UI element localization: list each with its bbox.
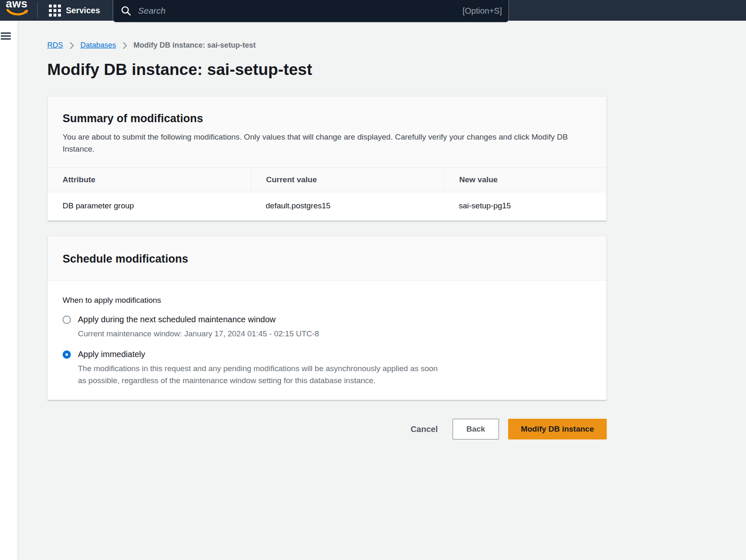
search-shortcut-hint: [Option+S] [463, 6, 502, 16]
breadcrumb: RDS Databases Modify DB instance: sai-se… [47, 41, 607, 50]
schedule-card-title: Schedule modifications [63, 253, 591, 266]
services-label: Services [66, 6, 100, 15]
radio-option-1: Apply immediately The modifications in t… [63, 350, 591, 386]
when-to-apply-label: When to apply modifications [63, 296, 591, 305]
search-placeholder: Search [138, 6, 166, 16]
column-header-attribute: Attribute [48, 168, 251, 192]
schedule-modifications-card: Schedule modifications When to apply mod… [47, 236, 607, 400]
form-actions: Cancel Back Modify DB instance [47, 419, 607, 439]
apply-immediately-description: The modifications in this request and an… [78, 362, 443, 386]
hamburger-menu-icon[interactable] [1, 32, 11, 41]
side-nav-rail [0, 21, 18, 560]
radio-apply-immediately[interactable]: Apply immediately [63, 350, 591, 359]
summary-card-title: Summary of modifications [63, 112, 591, 125]
breadcrumb-current: Modify DB instance: sai-setup-test [133, 41, 256, 50]
services-menu-button[interactable]: Services [49, 0, 100, 21]
summary-card-description: You are about to submit the following mo… [63, 131, 589, 155]
radio-maintenance-window[interactable]: Apply during the next scheduled maintena… [63, 315, 591, 324]
modify-db-instance-button[interactable]: Modify DB instance [508, 419, 607, 439]
summary-of-modifications-card: Summary of modifications You are about t… [47, 96, 607, 221]
modifications-table-header: Attribute Current value New value [48, 167, 606, 192]
services-grid-icon [49, 5, 61, 17]
main-content: RDS Databases Modify DB instance: sai-se… [47, 21, 607, 439]
table-row: DB parameter group default.postgres15 sa… [48, 192, 606, 220]
breadcrumb-link-databases[interactable]: Databases [80, 41, 116, 50]
radio-option-0: Apply during the next scheduled maintena… [63, 315, 591, 340]
column-header-new-value: New value [444, 168, 607, 192]
column-header-current-value: Current value [251, 168, 444, 192]
cancel-button[interactable]: Cancel [405, 425, 444, 434]
cell-attribute: DB parameter group [48, 192, 251, 220]
radio-apply-immediately-label: Apply immediately [78, 350, 145, 359]
cell-new-value: sai-setup-pg15 [444, 192, 607, 220]
back-button[interactable]: Back [453, 419, 499, 439]
radio-button-icon[interactable] [63, 316, 71, 324]
chevron-right-icon [69, 42, 74, 49]
search-icon [121, 5, 131, 16]
maintenance-window-description: Current maintenance window: January 17, … [78, 328, 591, 340]
navbar-divider [37, 2, 38, 18]
chevron-right-icon [122, 42, 127, 49]
search-input[interactable]: Search [Option+S] [113, 0, 509, 22]
top-navbar: aws Services Search [Option+S] [0, 0, 746, 21]
cell-current-value: default.postgres15 [251, 192, 444, 220]
breadcrumb-link-rds[interactable]: RDS [47, 41, 63, 50]
radio-button-icon[interactable] [63, 350, 71, 359]
aws-smile-icon [7, 8, 28, 17]
page-title: Modify DB instance: sai-setup-test [47, 60, 607, 79]
radio-maintenance-window-label: Apply during the next scheduled maintena… [78, 315, 276, 324]
aws-logo[interactable]: aws [6, 0, 31, 19]
